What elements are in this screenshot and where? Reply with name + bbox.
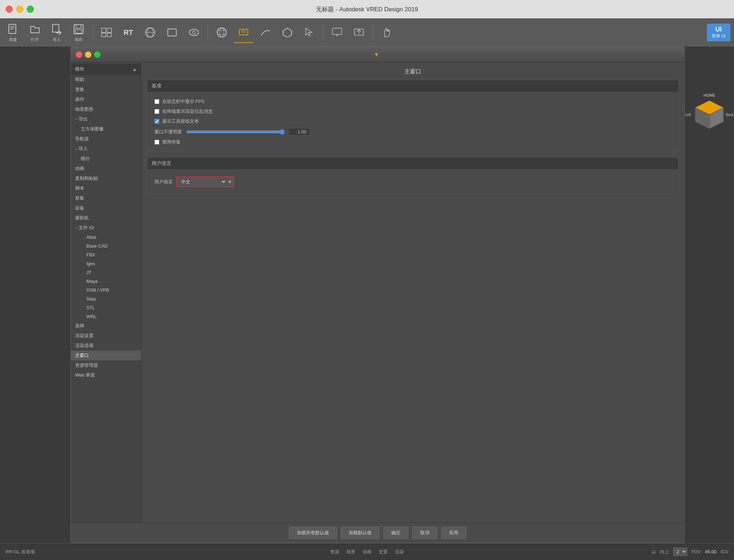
save-button[interactable]: 保存 bbox=[69, 22, 88, 43]
import-label: 导入 bbox=[53, 37, 61, 42]
toolbar-sep-1 bbox=[92, 24, 93, 41]
sidebar-item-fbx[interactable]: FBX bbox=[71, 250, 141, 259]
fps-checkbox[interactable] bbox=[154, 99, 159, 104]
sidebar-item-cluster[interactable]: 群集 bbox=[71, 193, 141, 203]
opacity-slider[interactable] bbox=[186, 129, 285, 135]
rect-button[interactable] bbox=[163, 22, 182, 43]
direction-select[interactable]: Z Y X bbox=[673, 548, 687, 556]
close-button[interactable] bbox=[6, 6, 13, 13]
cancel-label: 取消 bbox=[420, 530, 429, 535]
toolbar-text-checkbox[interactable] bbox=[154, 119, 159, 124]
sidebar-item-jt-label: JT bbox=[86, 270, 91, 275]
language-section: 用户语言 用户语言 中文 English Deutsch Français 日本 bbox=[147, 157, 679, 194]
monitor-button[interactable] bbox=[328, 22, 347, 43]
tab-animation[interactable]: 动画 bbox=[362, 549, 372, 555]
simple-ui-button[interactable]: UI 简单 UI bbox=[707, 24, 730, 41]
sidebar-item-copypaste-label: 复制和粘贴 bbox=[75, 176, 98, 181]
import-icon bbox=[50, 23, 63, 36]
active-tab-button[interactable] bbox=[234, 22, 253, 43]
sidebar-item-import[interactable]: −导入 bbox=[71, 144, 141, 154]
open-button[interactable]: 打开 bbox=[25, 22, 44, 43]
sidebar-item-iges[interactable]: Iges bbox=[71, 259, 141, 268]
save-icon bbox=[72, 23, 85, 36]
sidebar-item-rendersettings[interactable]: 渲染设置 bbox=[71, 331, 141, 341]
sidebar-item-step[interactable]: Step bbox=[71, 294, 141, 303]
nav-cube-svg[interactable] bbox=[693, 99, 725, 130]
disable-dock-checkbox[interactable] bbox=[154, 140, 159, 145]
tab-render[interactable]: 渲染 bbox=[395, 549, 404, 555]
tab-resource[interactable]: 资源 bbox=[330, 549, 339, 555]
tab-layout[interactable]: 交置 bbox=[379, 549, 388, 555]
toolbar-sep-4 bbox=[373, 24, 373, 41]
sidebar-item-scene[interactable]: 场景图形 bbox=[71, 104, 141, 114]
sidebar-item-subdivision[interactable]: 细分 bbox=[71, 154, 141, 164]
sidebar-item-plugins[interactable]: 插件 bbox=[71, 95, 141, 104]
main-toolbar: 新建 打开 导入 保存 RT bbox=[0, 18, 734, 47]
eye-button[interactable] bbox=[184, 22, 203, 43]
sidebar-item-assetmanager[interactable]: 资源管理器 bbox=[71, 360, 141, 370]
sidebar-item-stl[interactable]: STL bbox=[71, 303, 141, 312]
sidebar-item-fileio[interactable]: −文件 IO bbox=[71, 223, 141, 233]
sidebar-item-wrl[interactable]: WRL bbox=[71, 312, 141, 321]
nav-cube-area: HOME Left Back bbox=[688, 93, 730, 135]
minimize-button[interactable] bbox=[16, 6, 23, 13]
sidebar-item-webui-label: Web 界面 bbox=[75, 372, 95, 378]
ok-button[interactable]: 确定 bbox=[383, 526, 409, 539]
new-label: 新建 bbox=[9, 37, 17, 42]
globe-button[interactable] bbox=[212, 22, 231, 43]
rt-button[interactable]: RT bbox=[119, 22, 138, 43]
sidebar-item-osb[interactable]: OSB / VPB bbox=[71, 286, 141, 294]
sidebar-item-animation[interactable]: 动画 bbox=[71, 164, 141, 174]
load-defaults-button[interactable]: 加载默认值 bbox=[341, 526, 380, 539]
hand-button[interactable] bbox=[377, 22, 396, 43]
sidebar-item-mainwindow[interactable]: 主窗口 bbox=[71, 351, 141, 360]
sidebar-item-export[interactable]: −导出 bbox=[71, 114, 141, 124]
sidebar-item-alias[interactable]: Alias bbox=[71, 233, 141, 242]
hand-icon bbox=[380, 26, 393, 39]
sidebar-item-animation-label: 动画 bbox=[75, 166, 84, 171]
dialog-close-button[interactable] bbox=[76, 51, 82, 58]
load-defaults-label: 加载默认值 bbox=[349, 530, 372, 535]
sidebar-item-maya[interactable]: Maya bbox=[71, 277, 141, 286]
dialog-min-button[interactable] bbox=[85, 51, 91, 58]
import-expand-icon: − bbox=[75, 147, 77, 151]
home-label[interactable]: HOME bbox=[688, 93, 730, 97]
hexagon-button[interactable] bbox=[278, 22, 297, 43]
grid-button[interactable] bbox=[97, 22, 116, 43]
sidebar-item-cluster-label: 群集 bbox=[75, 195, 84, 201]
sidebar-item-webui[interactable]: Web 界面 bbox=[71, 370, 141, 380]
sidebar-item-renderoptions[interactable]: 渲染选项 bbox=[71, 341, 141, 351]
import-button[interactable]: 导入 bbox=[47, 22, 66, 43]
maximize-button[interactable] bbox=[27, 6, 34, 13]
load-all-defaults-button[interactable]: 加载所有默认值 bbox=[289, 526, 337, 539]
sidebar-item-basecad[interactable]: Base CAD bbox=[71, 242, 141, 250]
sidebar-item-help[interactable]: 帮助 bbox=[71, 75, 141, 85]
sidebar-item-navigator[interactable]: 导航器 bbox=[71, 134, 141, 144]
sidebar-item-stl-label: STL bbox=[86, 305, 95, 310]
cancel-button[interactable]: 取消 bbox=[412, 526, 438, 539]
apply-button[interactable]: 应用 bbox=[441, 526, 466, 539]
sidebar-item-device[interactable]: 设备 bbox=[71, 203, 141, 213]
bottom-bar: RR-GL 首选项 资源 场景 动画 交置 渲染 🗂 向上 Z Y X FOV … bbox=[0, 543, 734, 560]
cursor-button[interactable] bbox=[300, 22, 319, 43]
sidebar-item-selection[interactable]: 选择 bbox=[71, 321, 141, 331]
dialog-max-button[interactable] bbox=[94, 51, 100, 58]
sidebar-item-script[interactable]: 脚本 bbox=[71, 183, 141, 193]
tab-scene[interactable]: 场景 bbox=[346, 549, 355, 555]
globe-icon bbox=[215, 26, 228, 39]
left-label: Left bbox=[685, 113, 691, 117]
sidebar-item-cubemap[interactable]: 立方体图像 bbox=[71, 124, 141, 134]
sidebar-item-camera[interactable]: 摄影机 bbox=[71, 213, 141, 223]
language-select[interactable]: 中文 English Deutsch Français 日本語 한국어 bbox=[177, 177, 226, 186]
renderlog-checkbox[interactable] bbox=[154, 109, 159, 114]
sidebar-item-copypaste[interactable]: 复制和粘贴 bbox=[71, 174, 141, 183]
sidebar-item-transform[interactable]: 变换 bbox=[71, 85, 141, 95]
new-button[interactable]: 新建 bbox=[4, 22, 23, 43]
curve-button[interactable] bbox=[256, 22, 275, 43]
sidebar-item-jt[interactable]: JT bbox=[71, 268, 141, 277]
export-button[interactable] bbox=[349, 22, 368, 43]
app-window: 无标题 - Autodesk VRED Design 2019 新建 打开 导入 bbox=[0, 0, 734, 47]
sphere-button[interactable] bbox=[141, 22, 160, 43]
cursor-icon bbox=[303, 26, 316, 39]
title-bar: 无标题 - Autodesk VRED Design 2019 bbox=[0, 0, 734, 18]
